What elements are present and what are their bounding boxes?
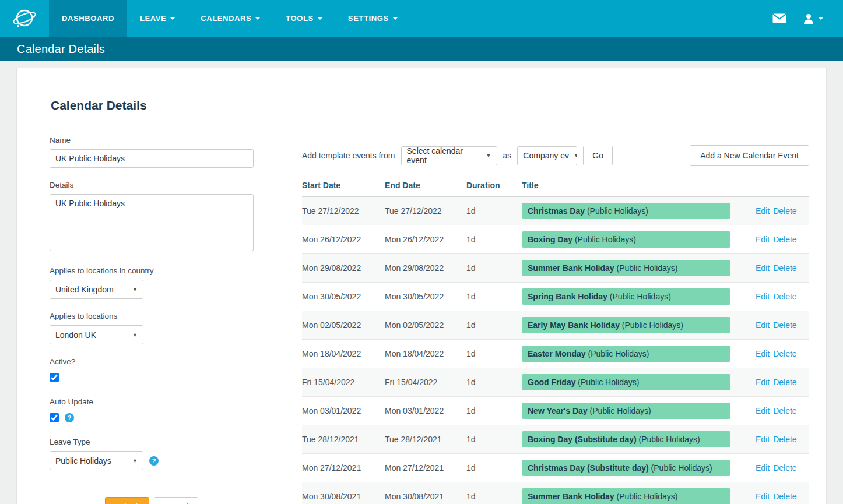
event-end-date: Mon 27/12/2021 [385,454,466,482]
event-title-cell: Good Friday (Public Holidays) [522,368,756,397]
delete-link[interactable]: Delete [773,292,796,301]
leave-type-select[interactable]: Public Holidays ▼ [50,451,143,470]
delete-link[interactable]: Delete [773,235,796,244]
chevron-down-icon [819,17,823,20]
details-textarea[interactable]: UK Public Holidays [50,194,254,251]
event-title-cell: New Year's Day (Public Holidays) [522,397,756,425]
edit-link[interactable]: Edit [756,320,770,330]
edit-link[interactable]: Edit [756,292,770,301]
event-title-badge: Spring Bank Holiday (Public Holidays) [522,288,730,305]
locations-select-value: London UK [55,330,96,340]
event-end-date: Mon 30/08/2021 [385,482,466,504]
events-controls: Add template events from Select calendar… [302,145,809,166]
event-title: Boxing Day [528,235,572,244]
cancel-button[interactable]: Cancel [154,497,198,504]
event-title-badge: Early May Bank Holiday (Public Holidays) [522,317,730,333]
planet-logo-icon [11,5,38,32]
event-row: Mon 03/01/2022Mon 03/01/20221dNew Year's… [302,397,809,425]
app-logo[interactable] [0,0,49,37]
add-new-calendar-event-button[interactable]: Add a New Calendar Event [690,145,809,166]
edit-link[interactable]: Edit [756,263,770,273]
event-actions: EditDelete [756,454,809,482]
go-button[interactable]: Go [583,146,613,165]
edit-link[interactable]: Edit [756,492,770,501]
event-actions: EditDelete [756,340,809,368]
event-actions: EditDelete [756,482,809,504]
edit-link[interactable]: Edit [756,463,770,473]
edit-link[interactable]: Edit [756,378,770,387]
help-icon[interactable]: ? [149,456,159,466]
locations-select[interactable]: London UK ▼ [50,325,143,344]
event-start-date: Tue 27/12/2022 [302,197,385,225]
delete-link[interactable]: Delete [773,206,796,216]
nav-item-leave[interactable]: LEAVE [127,0,188,37]
submit-button[interactable]: Submit [105,497,149,504]
active-checkbox[interactable] [50,373,59,382]
event-end-date: Tue 27/12/2022 [385,197,466,225]
delete-link[interactable]: Delete [773,263,796,273]
event-title: Summer Bank Holiday [528,492,614,501]
template-event-select-value: Select calendar event [407,146,482,165]
edit-link[interactable]: Edit [756,406,770,415]
chevron-down-icon: ▼ [132,458,138,464]
event-title-badge: Good Friday (Public Holidays) [522,374,730,390]
messages-icon[interactable] [772,13,786,23]
user-icon [803,13,814,24]
event-type-select-value: Company ev [523,151,569,160]
template-event-select[interactable]: Select calendar event ▼ [401,146,497,165]
chevron-down-icon: ▼ [132,332,138,338]
event-start-date: Mon 02/05/2022 [302,311,385,340]
nav-item-calendars[interactable]: CALENDARS [188,0,273,37]
event-title-cell: Boxing Day (Substitute day) (Public Holi… [522,425,756,454]
nav-item-tools[interactable]: TOOLS [273,0,335,37]
event-duration: 1d [466,197,522,225]
name-label: Name [50,136,254,144]
event-title-badge: Summer Bank Holiday (Public Holidays) [522,488,730,504]
edit-link[interactable]: Edit [756,349,770,358]
event-start-date: Mon 18/04/2022 [302,340,385,368]
events-table: Start Date End Date Duration Title Tue 2… [302,175,809,504]
event-row: Mon 29/08/2022Mon 29/08/20221dSummer Ban… [302,254,809,283]
event-type-select[interactable]: Company ev ▼ [517,146,577,165]
nav-item-settings[interactable]: SETTINGS [335,0,410,37]
nav-right [772,0,843,37]
title-header: Title [522,175,756,197]
edit-link[interactable]: Edit [756,435,770,444]
event-actions: EditDelete [756,397,809,425]
delete-link[interactable]: Delete [773,406,796,415]
edit-link[interactable]: Edit [756,206,770,216]
help-icon[interactable]: ? [65,413,74,422]
event-category: (Public Holidays) [585,206,648,216]
auto-update-label: Auto Update [50,397,254,406]
country-select[interactable]: United Kingdom ▼ [50,280,143,299]
delete-link[interactable]: Delete [773,435,796,444]
page-header: Calendar Details [0,37,843,61]
delete-link[interactable]: Delete [773,378,796,387]
event-category: (Public Holidays) [575,378,639,387]
delete-link[interactable]: Delete [773,463,796,473]
event-duration: 1d [466,225,522,254]
delete-link[interactable]: Delete [773,320,796,330]
card-title: Calendar Details [51,98,809,112]
event-duration: 1d [466,254,522,283]
name-input[interactable] [50,149,254,168]
delete-link[interactable]: Delete [773,349,796,358]
event-duration: 1d [466,368,522,397]
details-label: Details [50,181,254,189]
nav-item-dashboard[interactable]: DASHBOARD [49,0,127,37]
event-category: (Public Holidays) [620,320,683,330]
event-start-date: Mon 26/12/2022 [302,225,385,254]
chevron-down-icon [393,17,398,20]
event-row: Fri 15/04/2022Fri 15/04/20221dGood Frida… [302,368,809,397]
event-title: Spring Bank Holiday [528,292,607,301]
page-title: Calendar Details [17,43,105,56]
active-label: Active? [50,357,254,366]
event-title-cell: Summer Bank Holiday (Public Holidays) [522,254,756,283]
event-duration: 1d [466,397,522,425]
event-row: Tue 28/12/2021Tue 28/12/20211dBoxing Day… [302,425,809,454]
event-duration: 1d [466,311,522,340]
edit-link[interactable]: Edit [756,235,770,244]
user-menu[interactable] [803,13,823,24]
auto-update-checkbox[interactable] [50,413,59,422]
delete-link[interactable]: Delete [773,492,796,501]
